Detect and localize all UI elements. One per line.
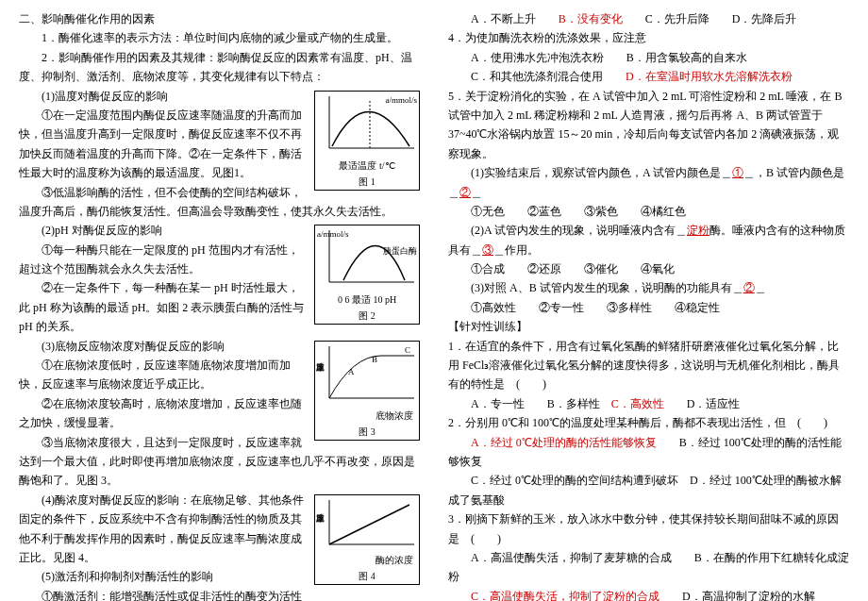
text: ＿ [471, 186, 482, 199]
question: 3．刚摘下新鲜的玉米，放入冰水中数分钟，使其保持较长期间甜味不减的原因是 ( ) [448, 509, 849, 548]
option-answer: D．在室温时用软水先溶解洗衣粉 [626, 70, 793, 83]
text: ＿ [755, 281, 766, 294]
paragraph: ①酶激活剂：能增强酶活性或促非活性的酶变为活性酶，如唾液淀粉酶需要被氯离子激活后… [19, 587, 420, 601]
paragraph: 1．酶催化速率的表示方法：单位时间内底物的减少量或产物的生成量。 [19, 28, 420, 47]
blank-answer: ① [732, 166, 743, 179]
axis-label: 最适温度 t/℃ [315, 158, 419, 174]
paragraph: 2．影响酶催作用的因素及其规律：影响酶促反应的因素常有温度、pH、温度、抑制剂、… [19, 48, 420, 87]
right-column: A．不断上升 B．没有变化 C．先升后降 D．先降后升 4．为使加酶洗衣粉的洗涤… [448, 9, 849, 601]
text: ＿作用。 [493, 243, 539, 257]
blank-answer: ③ [482, 243, 493, 257]
question: 4．为使加酶洗衣粉的洗涤效果，应注意 [448, 28, 849, 47]
axis-label: 酶的浓度 [315, 552, 419, 568]
figure-caption: 图 3 [315, 424, 419, 440]
sub-question: (3)对照 A、B 试管内发生的现象，说明酶的功能具有＿②＿ [448, 278, 849, 297]
option: ①无色 ②蓝色 ③紫色 ④橘红色 [448, 202, 849, 221]
option-answer: B．没有变化 [559, 12, 623, 25]
option-answer: C．高效性 [611, 397, 664, 410]
svg-line-12 [329, 505, 409, 544]
axis-label: a/mmol/s [386, 93, 418, 108]
text: (2)A 试管内发生的现象，说明唾液内含有＿ [448, 224, 687, 237]
option: ①高效性 ②专一性 ③多样性 ④稳定性 [448, 298, 849, 317]
option: ①合成 ②还原 ③催化 ④氧化 [448, 259, 849, 278]
two-column-layout: 二、影响酶催化作用的因素 1．酶催化速率的表示方法：单位时间内底物的减少量或产物… [19, 9, 849, 601]
figure-1: a/mmol/s 最适温度 t/℃ 图 1 [314, 91, 420, 191]
sub-question: (2)A 试管内发生的现象，说明唾液内含有＿淀粉酶。唾液内含有的这种物质具有＿③… [448, 221, 849, 259]
option: A．高温使酶失活，抑制了麦芽糖的合成 B．在酶的作用下红糖转化成淀粉 [448, 548, 849, 587]
left-column: 二、影响酶催化作用的因素 1．酶催化速率的表示方法：单位时间内底物的减少量或产物… [19, 9, 420, 601]
option-row: C．和其他洗涤剂混合使用 D．在室温时用软水先溶解洗衣粉 [448, 67, 849, 86]
option: C．先升后降 D．先降后升 [623, 12, 797, 25]
option: A．不断上升 [448, 12, 536, 25]
blank-answer: 淀粉 [687, 224, 709, 237]
figure-3: ABC 反应速率 底物浓度 图 3 [314, 341, 420, 441]
text: (1)实验结束后，观察试管内颜色，A 试管内颜色是＿ [448, 166, 732, 179]
figure-2: 胰蛋白酶a/mmol/s 0 6 最适 10 pH 图 2 [314, 225, 420, 325]
figure-caption: 图 2 [315, 308, 419, 324]
option: D．高温抑制了淀粉的水解 [659, 590, 815, 601]
blank-answer: ② [743, 281, 755, 294]
section-heading: 【针对性训练】 [448, 317, 849, 336]
svg-text:C: C [405, 345, 410, 355]
paragraph: ③当底物浓度很大，且达到一定限度时，反应速率就达到一个最大值，此时即使再增加底物… [19, 433, 420, 491]
svg-text:A: A [348, 367, 355, 376]
option: A．使用沸水先冲泡洗衣粉 B．用含氯较高的自来水 [448, 48, 849, 67]
option-answer: C．高温使酶失活，抑制了淀粉的合成 [448, 590, 659, 601]
text: (3)对照 A、B 试管内发生的现象，说明酶的功能具有＿ [448, 281, 743, 294]
figure-caption: 图 4 [315, 568, 419, 584]
option: D．适应性 [664, 397, 741, 410]
figure-caption: 图 1 [315, 174, 419, 190]
axis-label: 胰蛋白酶 [383, 244, 417, 259]
option-row: A．不断上升 B．没有变化 C．先升后降 D．先降后升 [448, 9, 849, 28]
option-row: C．高温使酶失活，抑制了淀粉的合成 D．高温抑制了淀粉的水解 [448, 587, 849, 601]
sub-question: (1)实验结束后，观察试管内颜色，A 试管内颜色是＿①＿，B 试管内颜色是＿②＿ [448, 163, 849, 202]
option: C．经过 0℃处理的酶的空间结构遭到破坏 D．经过 100℃处理的酶被水解成了氨… [448, 471, 849, 509]
option-row: A．专一性 B．多样性 C．高效性 D．适应性 [448, 394, 849, 413]
section-heading: 二、影响酶催化作用的因素 [19, 9, 420, 28]
line-icon [315, 495, 419, 552]
option: C．和其他洗涤剂混合使用 [448, 70, 603, 83]
option: A．专一性 B．多样性 [448, 397, 600, 410]
question: 2．分别用 0℃和 100℃的温度处理某种酶后，酶都不表现出活性，但 ( ) [448, 413, 849, 432]
axis-label: 底物浓度 [315, 408, 419, 424]
axis-label: 0 6 最适 10 pH [315, 292, 419, 308]
option-answer: A．经过 0℃处理的酶的活性能够恢复 [448, 436, 657, 449]
figure-4: 反应速率 酶的浓度 图 4 [314, 494, 420, 585]
option-row: A．经过 0℃处理的酶的活性能够恢复 B．经过 100℃处理的酶的活性能够恢复 [448, 433, 849, 472]
question: 1．在适宜的条件下，用含有过氧化氢酶的鲜猪肝研磨液催化过氧化氢分解，比用 FeC… [448, 337, 849, 394]
axis-label: a/mmol/s [317, 227, 349, 242]
curve-icon: ABC [315, 342, 419, 408]
question: 5．关于淀粉消化的实验，在 A 试管中加入 2 mL 可溶性淀粉和 2 mL 唾… [448, 87, 849, 164]
blank-answer: ② [459, 186, 471, 199]
svg-text:B: B [372, 355, 377, 364]
